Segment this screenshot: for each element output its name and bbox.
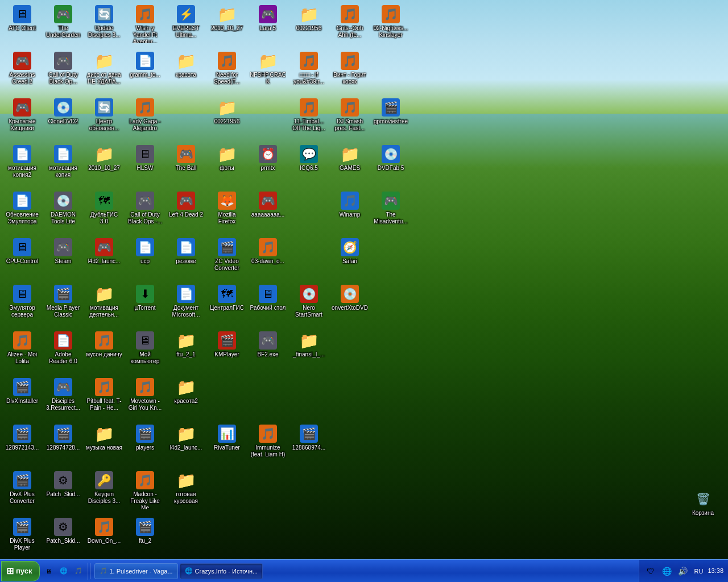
desktop-icon-51[interactable]: 🖥CPU-Control [3,236,42,279]
desktop-icon-78[interactable]: 📁_finansi_l_... [289,329,328,372]
desktop-icon-11[interactable]: 🎮Assassins Creed 2 [3,49,42,93]
desktop-icon-91[interactable]: 🎬128972143... [3,422,42,465]
desktop-icon-17[interactable]: 📁NFSHP.CRACK [249,49,287,93]
desktop-icon-97[interactable]: 🎵Immunize (feat. Liam H) [249,422,287,465]
system-clock[interactable]: 13:38 [708,567,723,575]
desktop-icon-4[interactable]: 🎵Wisin y Yandel Ft Aventur... [126,3,164,46]
desktop-icon-50[interactable]: 🎮The Misadventu... [371,189,410,232]
desktop-icon-40[interactable]: 💿DVDFab 5 [371,143,410,186]
desktop-icon-39[interactable]: 📁GAMES [330,143,369,186]
desktop-icon-96[interactable]: 📊RivaTuner [208,422,246,465]
desktop-icon-95[interactable]: 📁l4d2_launc... [167,422,205,465]
media-quicklaunch[interactable]: 🎵 [72,564,85,578]
desktop-icon-68[interactable]: 💿Nero StartSmart [289,282,328,326]
desktop-icon-5[interactable]: ⚡EVEREST Ultima... [167,3,205,46]
desktop-icon-83[interactable]: 🎵Pitbull feat. T-Pain - He... [85,376,123,419]
desktop-icon-66[interactable]: 🗺ЦентралГИС [208,282,246,326]
desktop-icon-65[interactable]: 📄Документ Microsoft... [167,282,205,326]
desktop-icon-13[interactable]: 📁дисс от дана НЕ УДАЛА... [85,49,123,93]
desktop-icon-24[interactable]: 🎵Lady Gaga - Alejandro [126,96,164,139]
desktop-icon-62[interactable]: 🎬Media Player Classic [44,282,82,326]
desktop-icon-72[interactable]: 📄Adobe Reader 6.0 [44,329,82,372]
desktop-icon-28[interactable]: 🎵11-Timbal... Off The Liq... [289,96,328,139]
desktop-icon-6[interactable]: 📁2010_10_27 [208,3,246,46]
desktop-icon-94[interactable]: 🎬players [126,422,164,465]
desktop-icon-31[interactable]: 📄мотивация копия2 [3,143,42,186]
desktop-icon-16[interactable]: 🎵Need for Speed(Т... [208,49,246,93]
tray-icon-sound[interactable]: 🔊 [676,564,689,578]
desktop-icon-3[interactable]: 🔄Update Disciples 3... [85,3,123,46]
desktop-icon-85[interactable]: 📁красота2 [167,376,205,419]
desktop-icon-73[interactable]: 🎵мусон даничу [85,329,123,372]
desktop-icon-36[interactable]: 📁фоты [208,143,246,186]
desktop-icon-37[interactable]: ⏰prmtx [249,143,287,186]
desktop-icon-18[interactable]: 🎵□□□ - If you&#39;r... [289,49,328,93]
desktop-icon-82[interactable]: 🎮Disciples 3.Resurrect... [44,376,82,419]
desktop-icon-69[interactable]: 💿onvertXtoDVD [330,282,369,326]
desktop-icon-34[interactable]: 🖥HLSW [126,143,164,186]
desktop-icon-105[interactable]: 📁готовая курсовая [167,469,205,512]
desktop-icon-52[interactable]: 🎮Steam [44,236,82,279]
desktop-icon-10[interactable]: 🎵02-Nightwis... Kinslayer [371,3,410,46]
show-desktop-button[interactable]: 🖥 [42,564,56,578]
desktop-icon-76[interactable]: 🎬KMPlayer [208,329,246,372]
desktop-icon-33[interactable]: 📁2010_10_27 [85,143,123,186]
desktop-icon-59[interactable]: 🧭Safari [330,236,369,279]
desktop-icon-1[interactable]: 🖥ATC Client [3,3,42,46]
tray-icon-shield[interactable]: 🛡 [644,564,657,578]
desktop-icon-46[interactable]: 🦊Mozilla Firefox [208,189,246,232]
desktop-icon-43[interactable]: 🗺ДубльГИС 3.0 [85,189,123,232]
tray-icon-network[interactable]: 🌐 [660,564,673,578]
desktop-icon-103[interactable]: 🔑Keygen Disciples 3... [85,469,123,512]
desktop-icon-23[interactable]: 🔄Центр обновлен... [85,96,123,139]
desktop-icon-19[interactable]: 🎵Винт - Горит косяк [330,49,369,93]
desktop-icon-54[interactable]: 📄ucp [126,236,164,279]
desktop-icon-102[interactable]: ⚙Patch_Skid... [44,469,82,512]
desktop-icon-44[interactable]: 🎮Call of Duty Black Ops -... [126,189,164,232]
desktop-icon-92[interactable]: 🎬128974728... [44,422,82,465]
desktop-icon-55[interactable]: 📄резюме [167,236,205,279]
desktop-icon-84[interactable]: 🎵Movetown - Girl You Kn... [126,376,164,419]
desktop-icon-111[interactable]: 🎬DivX Plus Player [3,516,42,559]
desktop-icon-98[interactable]: 🎬128868974... [289,422,328,465]
desktop-icon-2[interactable]: 🎮The UnderGarden [44,3,82,46]
desktop-icon-30[interactable]: 🎬gpmoviesfree [371,96,410,139]
desktop-icon-49[interactable]: 🎵Winamp [330,189,369,232]
desktop-icon-101[interactable]: 🎬DivX Plus Converter [3,469,42,512]
desktop-icon-112[interactable]: ⚙Patch_Skid... [44,516,82,559]
desktop-icon-75[interactable]: 📁ftu_2_1 [167,329,205,372]
desktop-icon-32[interactable]: 📄мотивация копия [44,143,82,186]
desktop-icon-64[interactable]: ⬇µTorrent [126,282,164,326]
desktop-icon-26[interactable]: 📁00221956 [208,96,246,139]
desktop-icon-42[interactable]: 💿DAEMON Tools Lite [44,189,82,232]
desktop-icon-45[interactable]: 🎮Left 4 Dead 2 [167,189,205,232]
desktop-icon-29[interactable]: 🎵DJ Smash pres. Fast... [330,96,369,139]
desktop-icon-71[interactable]: 🎵Alizee - Moi Lolita [3,329,42,372]
desktop-icon-77[interactable]: 🎮BF2.exe [249,329,287,372]
recycle-bin-icon[interactable]: 🗑️ Корзина [684,488,722,531]
start-button[interactable]: ⊞ пуск [1,561,40,581]
desktop-icon-113[interactable]: 🎵Down_On_... [85,516,123,559]
desktop-icon-14[interactable]: 📄gramm_to... [126,49,164,93]
desktop-icon-35[interactable]: 🎮The Ball [167,143,205,186]
desktop-icon-81[interactable]: 🎬DivXInstaller [3,376,42,419]
desktop-icon-57[interactable]: 🎵03-dawn_o... [249,236,287,279]
desktop-icon-67[interactable]: 🖥Рабочий стол [249,282,287,326]
desktop-icon-15[interactable]: 📁красота [167,49,205,93]
desktop-icon-61[interactable]: 🖥Эмулятор сервера [3,282,42,326]
firefox-quicklaunch[interactable]: 🌐 [57,564,71,578]
desktop-icon-114[interactable]: 🎬ftu_2 [126,516,164,559]
desktop-icon-21[interactable]: 🎮Крылатые Хищники [3,96,42,139]
desktop-icon-38[interactable]: 💬ICQ6.5 [289,143,328,186]
desktop-icon-53[interactable]: 🎮l4d2_launc... [85,236,123,279]
desktop-icon-9[interactable]: 🎵Grits--Ooh Ahh (fe... [330,3,369,46]
desktop-icon-12[interactable]: 🎮Call of Duty Black Op... [44,49,82,93]
desktop-icon-104[interactable]: 🎵Madcon - Freaky Like Me [126,469,164,512]
desktop-icon-93[interactable]: 📁музыка новая [85,422,123,465]
desktop-icon-7[interactable]: 🎮Lara 5 [249,3,287,46]
desktop-icon-41[interactable]: 📄Обновление Эмулятора [3,189,42,232]
tray-icon-lang[interactable]: RU [692,564,705,578]
desktop-icon-22[interactable]: 💿CloneDVD2 [44,96,82,139]
desktop-icon-56[interactable]: 🎬ZC Video Converter [208,236,246,279]
desktop-icon-74[interactable]: 🖥Мой компьютер [126,329,164,372]
